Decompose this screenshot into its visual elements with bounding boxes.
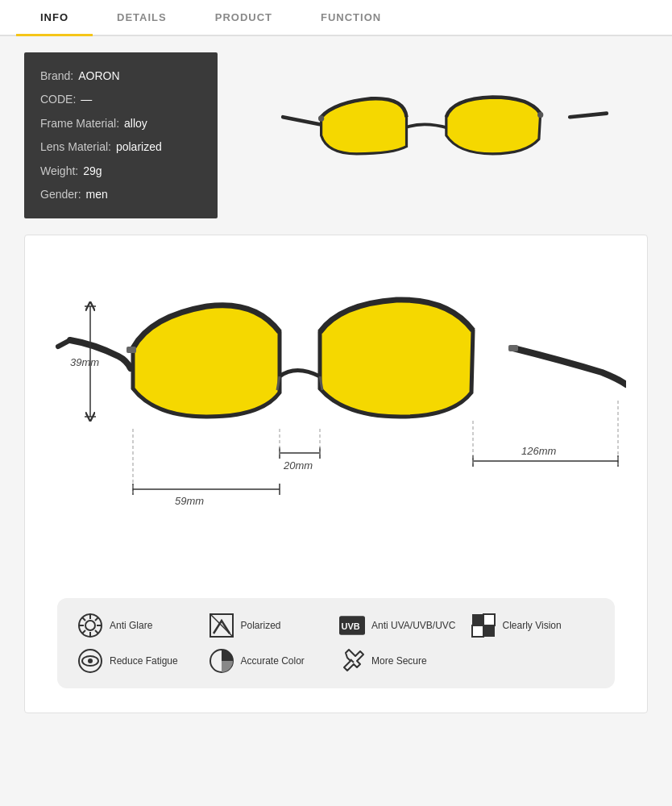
- tab-details[interactable]: DETAILS: [93, 0, 191, 35]
- weight-label: Weight:: [40, 160, 78, 183]
- info-section: Brand: AORON CODE: — Frame Material: all…: [24, 52, 648, 218]
- anti-glare-icon: [77, 613, 103, 638]
- more-secure-label: More Secure: [371, 655, 427, 667]
- polarized-label: Polarized: [241, 620, 281, 631]
- polarized-icon: [209, 613, 234, 638]
- tab-info[interactable]: INFO: [16, 0, 93, 35]
- product-image-top: [242, 52, 648, 218]
- clearly-vision-icon: [471, 613, 496, 638]
- svg-rect-6: [127, 347, 136, 353]
- svg-line-37: [82, 617, 85, 621]
- glasses-dimension-image: 39mm 20mm 59mm: [46, 260, 626, 582]
- dimension-section: 39mm 20mm 59mm: [24, 235, 648, 713]
- svg-rect-48: [483, 625, 495, 637]
- feature-uvb: UVB Anti UVA/UVB/UVC: [339, 613, 464, 638]
- svg-rect-46: [483, 614, 495, 625]
- svg-line-39: [95, 617, 98, 621]
- svg-text:59mm: 59mm: [175, 495, 204, 507]
- feature-reduce-fatigue: Reduce Fatigue: [77, 648, 202, 674]
- svg-point-5: [537, 112, 543, 118]
- frame-label: Frame Material:: [40, 112, 119, 135]
- brand-label: Brand:: [40, 64, 73, 88]
- feature-anti-glare: Anti Glare: [77, 613, 202, 638]
- info-row-lens: Lens Material: polarized: [40, 135, 201, 159]
- info-row-brand: Brand: AORON: [40, 64, 201, 88]
- anti-glare-label: Anti Glare: [110, 620, 152, 631]
- gender-label: Gender:: [40, 183, 81, 206]
- svg-line-1: [570, 114, 607, 118]
- feature-more-secure: More Secure: [339, 648, 464, 674]
- svg-point-4: [318, 116, 324, 122]
- features-card: Anti Glare Polarized UVB: [57, 598, 615, 688]
- svg-rect-47: [472, 625, 483, 637]
- svg-line-53: [351, 659, 354, 663]
- info-row-gender: Gender: men: [40, 183, 201, 206]
- svg-rect-45: [472, 614, 483, 625]
- svg-text:126mm: 126mm: [521, 445, 557, 457]
- lens-label: Lens Material:: [40, 135, 111, 159]
- glasses-top-image: [276, 71, 614, 200]
- uvb-label: Anti UVA/UVB/UVC: [371, 620, 455, 631]
- reduce-fatigue-icon: [77, 648, 103, 674]
- nav-tabs: INFO DETAILS PRODUCT FUNCTION: [0, 0, 672, 36]
- tab-function[interactable]: FUNCTION: [297, 0, 405, 35]
- feature-clearly-vision: Clearly Vision: [471, 613, 595, 638]
- feature-polarized: Polarized: [209, 613, 334, 638]
- weight-value: 29g: [83, 160, 102, 183]
- svg-text:20mm: 20mm: [283, 459, 313, 472]
- accurate-color-label: Accurate Color: [241, 655, 305, 667]
- gender-value: men: [86, 183, 108, 206]
- brand-value: AORON: [78, 64, 119, 88]
- reduce-fatigue-label: Reduce Fatigue: [110, 655, 178, 667]
- svg-point-51: [88, 659, 93, 663]
- more-secure-icon: [339, 648, 365, 674]
- svg-line-40: [82, 630, 85, 634]
- dimension-inner: 39mm 20mm 59mm: [41, 251, 631, 590]
- info-row-weight: Weight: 29g: [40, 160, 201, 183]
- svg-line-38: [95, 630, 98, 634]
- svg-text:UVB: UVB: [342, 621, 360, 631]
- main-content: Brand: AORON CODE: — Frame Material: all…: [0, 36, 672, 746]
- clearly-vision-label: Clearly Vision: [503, 620, 562, 631]
- accurate-color-icon: [209, 648, 234, 674]
- svg-rect-7: [508, 345, 518, 351]
- feature-accurate-color: Accurate Color: [209, 648, 334, 674]
- info-table: Brand: AORON CODE: — Frame Material: all…: [24, 52, 218, 218]
- info-row-frame: Frame Material: alloy: [40, 112, 201, 135]
- lens-value: polarized: [116, 135, 162, 159]
- svg-point-32: [85, 621, 95, 630]
- svg-text:39mm: 39mm: [70, 356, 99, 368]
- svg-line-0: [283, 117, 320, 124]
- code-value: —: [81, 88, 92, 111]
- frame-value: alloy: [124, 112, 147, 135]
- tab-product[interactable]: PRODUCT: [191, 0, 297, 35]
- uvb-icon: UVB: [339, 613, 365, 638]
- code-label: CODE:: [40, 88, 76, 111]
- info-row-code: CODE: —: [40, 88, 201, 111]
